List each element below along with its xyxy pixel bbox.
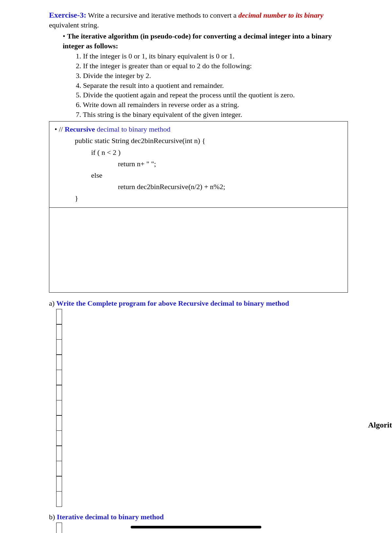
code-line-4: else — [53, 170, 344, 181]
section-a-blank-cells — [49, 309, 348, 507]
intro-text-red: decimal number to its binary — [238, 11, 323, 19]
blank-cell — [56, 415, 62, 431]
intro-text-plain1: Write a recursive and iterative methods … — [86, 11, 238, 19]
blank-cell — [56, 430, 62, 446]
code-comment-rest: decimal to binary method — [95, 125, 171, 133]
code-line-1: public static String dec2binRecursive(in… — [53, 135, 344, 146]
document-page: Exercise-3: Write a recursive and iterat… — [0, 0, 392, 533]
exercise-title: Exercise-3: — [49, 11, 86, 19]
blank-cell — [56, 385, 62, 400]
blank-cell — [56, 339, 62, 355]
numbered-steps: 1. If the integer is 0 or 1, its binary … — [49, 51, 348, 119]
blank-cell — [56, 491, 62, 507]
blank-cell — [56, 370, 62, 385]
step-2: 2. If the integer is greater than or equ… — [76, 61, 348, 71]
empty-code-box — [49, 208, 348, 293]
bullet-bold-text: The iterative algorithm (in pseudo-code)… — [63, 32, 332, 50]
intro-text-plain2: equivalent string. — [49, 21, 99, 29]
blank-cell — [56, 400, 62, 416]
blank-cell — [56, 309, 62, 325]
step-5: 5. Divide the quotient again and repeat … — [76, 90, 348, 100]
step-4: 4. Separate the result into a quotient a… — [76, 81, 348, 90]
exercise-intro: Exercise-3: Write a recursive and iterat… — [49, 10, 348, 30]
blank-cell — [56, 461, 62, 476]
blank-cell — [56, 445, 62, 461]
code-line-2: if ( n < 2 ) — [53, 147, 344, 158]
step-7: 7. This string is the binary equivalent … — [76, 110, 348, 120]
code-line-5: return dec2binRecursive(n/2) + n%2; — [53, 181, 344, 192]
section-a-letter: a) — [49, 299, 57, 307]
section-a-heading: a) Write the Complete program for above … — [49, 299, 348, 308]
blank-cell — [56, 523, 62, 533]
section-b-text: Iterative decimal to binary method — [57, 513, 164, 521]
step-3: 3. Divide the integer by 2. — [76, 71, 348, 81]
code-comment-blue: Recursive — [65, 125, 95, 133]
code-comment: • // Recursive decimal to binary method — [53, 123, 344, 135]
section-a-text: Write the Complete program for above Rec… — [57, 299, 289, 307]
code-comment-prefix: • // — [55, 125, 65, 133]
section-b-letter: b) — [49, 513, 57, 521]
blank-cell — [56, 324, 62, 340]
code-line-6: } — [53, 192, 344, 204]
bullet-iterative-algo: • The iterative algorithm (in pseudo-cod… — [49, 31, 348, 51]
home-indicator-bar — [131, 526, 261, 528]
section-b-heading: b) Iterative decimal to binary method — [49, 513, 348, 521]
code-line-3: return n+ " "; — [53, 158, 344, 170]
recursive-code-box: • // Recursive decimal to binary method … — [49, 121, 348, 207]
blank-cell — [56, 476, 62, 492]
right-text-fragment: Algorit — [368, 421, 392, 429]
step-1: 1. If the integer is 0 or 1, its binary … — [76, 51, 348, 61]
bullet-dot: • — [63, 32, 67, 40]
blank-cell — [56, 354, 62, 370]
step-6: 6. Write down all remainders in reverse … — [76, 100, 348, 110]
